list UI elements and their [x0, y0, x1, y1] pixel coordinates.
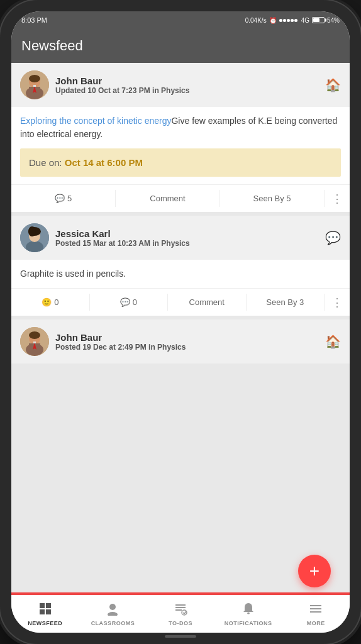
comment-count-button-1[interactable]: 💬 5 — [11, 190, 116, 207]
svg-point-31 — [247, 612, 250, 614]
nav-more[interactable]: MORE — [282, 595, 350, 633]
post-time-2: Posted 15 Mar at 10:23 AM in Physics — [55, 239, 325, 248]
seen-button-1[interactable]: Seen By 5 — [220, 190, 325, 207]
nav-notifications[interactable]: NOTIFICATIONS — [214, 595, 282, 633]
classrooms-icon — [106, 602, 119, 619]
notifications-icon — [242, 602, 255, 619]
svg-point-28 — [182, 610, 187, 615]
post-author-1: John Baur — [55, 75, 325, 86]
post-actions-1: 💬 5 Comment Seen By 5 ⋮ — [11, 184, 350, 212]
svg-rect-27 — [175, 609, 182, 611]
nav-todos-label: TO-DOS — [169, 620, 192, 626]
like-count-2: 0 — [54, 297, 58, 307]
like-count-button-2[interactable]: 🙂 0 — [11, 294, 90, 311]
post-meta-2: Jessica Karl Posted 15 Mar at 10:23 AM i… — [55, 228, 325, 248]
network-speed: 0.04K/s — [245, 17, 267, 24]
comment-button-1[interactable]: Comment — [116, 190, 220, 207]
svg-point-11 — [28, 226, 36, 236]
post-time-3: Posted 19 Dec at 2:49 PM in Physics — [55, 343, 325, 352]
svg-line-30 — [184, 611, 186, 614]
svg-point-23 — [109, 604, 116, 610]
home-button — [165, 635, 196, 638]
home-icon-3: 🏠 — [325, 334, 341, 349]
svg-rect-32 — [310, 605, 321, 606]
nav-classrooms[interactable]: CLASSROOMS — [79, 595, 147, 633]
svg-rect-6 — [33, 85, 36, 87]
battery-icon — [312, 17, 325, 23]
phone-screen: 8:03 PM 0.04K/s ⏰ 4G 54% Newsf — [11, 11, 350, 633]
avatar-john-3 — [20, 327, 49, 356]
svg-point-14 — [29, 331, 40, 339]
svg-point-2 — [29, 75, 40, 82]
post-card-1: John Baur Updated 10 Oct at 7:23 PM in P… — [11, 63, 350, 212]
status-bar: 8:03 PM 0.04K/s ⏰ 4G 54% — [11, 11, 350, 29]
svg-rect-22 — [46, 609, 51, 614]
seen-button-2[interactable]: Seen By 3 — [247, 294, 325, 311]
svg-rect-25 — [175, 604, 186, 606]
more-options-2[interactable]: ⋮ — [325, 294, 350, 311]
svg-rect-20 — [46, 603, 51, 608]
content-area: John Baur Updated 10 Oct at 7:23 PM in P… — [11, 63, 350, 594]
chat-icon-2: 💬 — [120, 297, 130, 307]
post-header-1: John Baur Updated 10 Oct at 7:23 PM in P… — [11, 63, 350, 107]
post-author-3: John Baur — [55, 332, 325, 343]
avatar-jessica — [20, 223, 49, 252]
post-meta-3: John Baur Posted 19 Dec at 2:49 PM in Ph… — [55, 332, 325, 352]
comment-count-button-2[interactable]: 💬 0 — [90, 294, 169, 311]
post-header-2: Jessica Karl Posted 15 Mar at 10:23 AM i… — [11, 216, 350, 260]
post-body-1: Exploring the concept of kinetic energyG… — [11, 107, 350, 148]
svg-rect-33 — [310, 608, 321, 609]
signal-indicator — [279, 19, 297, 22]
post-link-1[interactable]: Exploring the concept of kinetic energy — [20, 116, 171, 126]
network-type: 4G — [301, 17, 309, 24]
bottom-nav: NEWSFEED CLASSROOMS — [11, 594, 350, 633]
post-time-1: Updated 10 Oct at 7:23 PM in Physics — [55, 86, 325, 95]
avatar-john-1 — [20, 70, 49, 99]
svg-rect-21 — [40, 609, 45, 614]
post-actions-2: 🙂 0 💬 0 Comment Seen By 3 ⋮ — [11, 288, 350, 316]
more-icon — [309, 602, 323, 619]
status-right: 0.04K/s ⏰ 4G 54% — [245, 17, 340, 24]
nav-classrooms-label: CLASSROOMS — [91, 620, 135, 626]
app-header: Newsfeed — [11, 29, 350, 63]
todos-icon — [174, 602, 187, 619]
post-card-2: Jessica Karl Posted 15 Mar at 10:23 AM i… — [11, 216, 350, 316]
phone-frame: 8:03 PM 0.04K/s ⏰ 4G 54% Newsf — [0, 0, 361, 644]
nav-newsfeed-label: NEWSFEED — [28, 620, 62, 626]
svg-point-24 — [108, 612, 118, 616]
fab-button[interactable]: + — [298, 555, 331, 587]
post-card-3: John Baur Posted 19 Dec at 2:49 PM in Ph… — [11, 319, 350, 364]
nav-todos[interactable]: TO-DOS — [147, 595, 214, 633]
nav-more-label: MORE — [307, 620, 325, 626]
svg-rect-19 — [40, 603, 45, 608]
post-body-2: Graphite is used in pencils. — [11, 260, 350, 288]
nav-notifications-label: NOTIFICATIONS — [225, 620, 272, 626]
post-header-3: John Baur Posted 19 Dec at 2:49 PM in Ph… — [11, 319, 350, 364]
more-options-1[interactable]: ⋮ — [325, 190, 350, 207]
nav-newsfeed[interactable]: NEWSFEED — [11, 595, 79, 633]
due-banner-1: Due on: Oct 14 at 6:00 PM — [20, 148, 341, 177]
svg-rect-34 — [310, 611, 321, 613]
page-title: Newsfeed — [21, 38, 83, 53]
count-2: 0 — [133, 297, 137, 307]
alarm-icon: ⏰ — [269, 17, 277, 24]
chat-icon-1: 💬 — [55, 194, 65, 203]
comment-button-2[interactable]: Comment — [168, 294, 247, 311]
post-author-2: Jessica Karl — [55, 228, 325, 239]
post-meta-1: John Baur Updated 10 Oct at 7:23 PM in P… — [55, 75, 325, 95]
status-time: 8:03 PM — [21, 16, 47, 24]
home-icon-1: 🏠 — [325, 77, 341, 92]
chat-bubble-icon-2: 💬 — [325, 230, 341, 245]
due-date-1: Oct 14 at 6:00 PM — [65, 157, 143, 168]
count-1: 5 — [67, 194, 72, 203]
plus-icon: + — [309, 561, 319, 581]
newsfeed-icon — [38, 602, 52, 619]
smile-icon-2: 🙂 — [42, 297, 52, 307]
svg-rect-18 — [33, 341, 36, 343]
battery-percent: 54% — [327, 17, 340, 24]
svg-rect-26 — [175, 607, 186, 608]
